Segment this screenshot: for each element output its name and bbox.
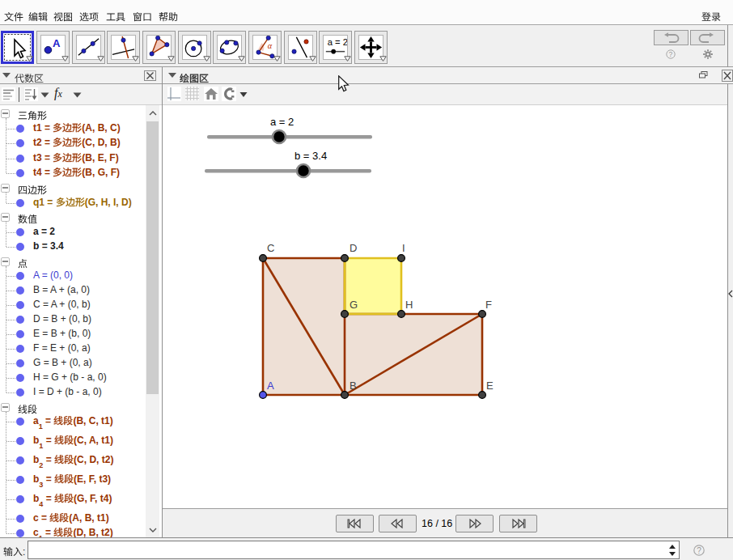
svg-text:a = 2: a = 2	[328, 37, 347, 47]
svg-text:?: ?	[697, 546, 701, 555]
svg-text:a = 2: a = 2	[270, 116, 294, 128]
svg-text:E: E	[486, 380, 494, 392]
svg-text:b = 3.4: b = 3.4	[294, 150, 327, 162]
svg-text:?: ?	[668, 50, 672, 58]
svg-text:G: G	[350, 299, 358, 311]
svg-text:A: A	[53, 37, 61, 49]
svg-text:B: B	[350, 380, 357, 392]
svg-text:H: H	[405, 299, 413, 311]
svg-text:D: D	[350, 242, 357, 254]
svg-text:I: I	[402, 242, 405, 254]
svg-text:F: F	[485, 299, 492, 311]
svg-text:C: C	[267, 242, 274, 254]
svg-text:α: α	[268, 41, 273, 50]
svg-text:A: A	[267, 380, 274, 392]
